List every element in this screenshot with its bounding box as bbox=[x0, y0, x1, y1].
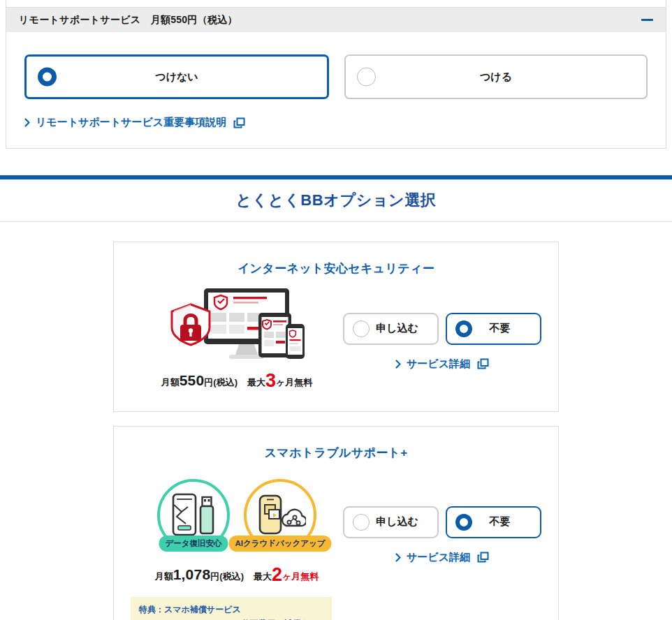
benefit-note-line1: 特典：スマホ補償サービス bbox=[139, 603, 323, 617]
price-line: 月額1,078円(税込)最大2ヶ月無料 bbox=[131, 566, 343, 584]
badge-label: データ復旧安心 bbox=[159, 536, 228, 552]
radio-unselected-icon bbox=[353, 514, 370, 531]
remote-support-accordion-header[interactable]: リモートサポートサービス 月額550円（税込） bbox=[6, 7, 666, 32]
service-detail-link[interactable]: サービス詳細 bbox=[395, 357, 489, 371]
accordion-body: つけない つける リモートサポートサービス重要事項説明 bbox=[6, 32, 666, 148]
external-link-icon bbox=[477, 552, 489, 563]
apply-button-label: 申し込む bbox=[376, 515, 418, 529]
chevron-right-icon bbox=[24, 118, 30, 127]
section-heading-block: とくとくBBオプション選択 bbox=[0, 179, 672, 222]
option-label: つけない bbox=[155, 71, 198, 84]
decline-button-label: 不要 bbox=[490, 322, 511, 335]
card-title: インターネット安心セキュリティー bbox=[131, 260, 541, 276]
remote-support-accordion: リモートサポートサービス 月額550円（税込） つけない つける リモートサポー… bbox=[6, 0, 666, 149]
radio-selected-icon bbox=[38, 68, 57, 87]
important-matters-link[interactable]: リモートサポートサービス重要事項説明 bbox=[24, 116, 245, 129]
cracked-phone-usb-icon bbox=[168, 493, 219, 538]
remote-support-option-row: つけない つける bbox=[24, 54, 648, 99]
benefit-note-box: 特典：スマホ補償サービス スマホやノートパソコンの修理費用を補償するサービス bbox=[131, 597, 332, 620]
badge-label: AIクラウドバックアップ bbox=[228, 536, 331, 552]
security-devices-illustration bbox=[169, 286, 305, 362]
option-label: つける bbox=[480, 71, 512, 84]
security-choice-row: 申し込む 不要 bbox=[343, 313, 541, 345]
decline-button[interactable]: 不要 bbox=[446, 313, 541, 345]
service-detail-link[interactable]: サービス詳細 bbox=[395, 551, 489, 564]
service-detail-link-label: サービス詳細 bbox=[407, 357, 470, 371]
important-matters-link-row: リモートサポートサービス重要事項説明 bbox=[24, 116, 648, 130]
important-matters-link-label: リモートサポートサービス重要事項説明 bbox=[36, 116, 226, 129]
phone-cloud-backup-icon bbox=[254, 493, 306, 538]
radio-selected-icon bbox=[455, 320, 472, 337]
decline-button-label: 不要 bbox=[490, 515, 511, 529]
data-recovery-badge: データ復旧安心 bbox=[157, 479, 230, 552]
service-detail-link-label: サービス詳細 bbox=[407, 551, 470, 564]
price-line: 月額550円(税込)最大3ヶ月無料 bbox=[131, 371, 343, 390]
radio-unselected-icon bbox=[353, 320, 370, 337]
external-link-icon bbox=[477, 358, 489, 369]
option-card-smartphone-support: スマホトラブルサポート+ データ復旧安心 bbox=[113, 426, 559, 620]
chevron-right-icon bbox=[395, 553, 401, 562]
decline-button[interactable]: 不要 bbox=[446, 506, 541, 538]
minus-icon[interactable] bbox=[641, 19, 653, 21]
free-months-number: 3 bbox=[265, 370, 276, 391]
external-link-icon bbox=[233, 117, 245, 128]
free-months-number: 2 bbox=[272, 564, 282, 585]
option-tsukenai-button[interactable]: つけない bbox=[24, 54, 329, 99]
card-title: スマホトラブルサポート+ bbox=[131, 445, 541, 461]
option-tsukeru-button[interactable]: つける bbox=[344, 54, 648, 99]
radio-unselected-icon bbox=[357, 68, 376, 87]
apply-button[interactable]: 申し込む bbox=[343, 506, 439, 538]
apply-button[interactable]: 申し込む bbox=[343, 313, 439, 345]
accordion-title: リモートサポートサービス 月額550円（税込） bbox=[19, 14, 238, 27]
ai-cloud-backup-badge: AIクラウドバックアップ bbox=[244, 479, 316, 552]
apply-button-label: 申し込む bbox=[376, 322, 418, 335]
accordion-top-spacer bbox=[6, 0, 666, 7]
radio-selected-icon bbox=[455, 514, 472, 531]
option-card-internet-security: インターネット安心セキュリティー bbox=[113, 242, 559, 412]
benefit-note-line2: スマホやノートパソコンの修理費用を補償するサービス bbox=[139, 617, 323, 620]
page-title: とくとくBBオプション選択 bbox=[236, 190, 437, 211]
chevron-right-icon bbox=[395, 360, 401, 369]
smartphone-choice-row: 申し込む 不要 bbox=[343, 506, 541, 538]
